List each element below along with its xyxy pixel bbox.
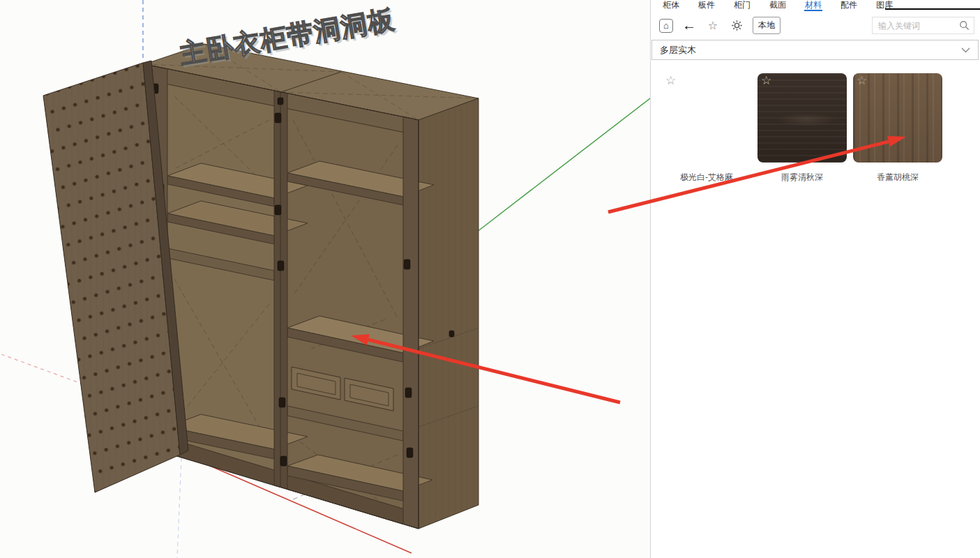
material-name: 雨雾清秋深 — [755, 172, 850, 183]
tab-board[interactable]: 板件 — [698, 0, 716, 11]
material-category-dropdown[interactable]: 多层实木 — [651, 40, 979, 60]
tab-accessory[interactable]: 配件 — [840, 0, 858, 11]
panel-tabbar: 柜体 板件 柜门 截面 材料 配件 图库 — [651, 0, 980, 11]
titlebar-line — [885, 8, 980, 10]
local-button[interactable]: 本地 — [753, 17, 781, 34]
favorite-star-icon[interactable]: ☆ — [857, 74, 867, 88]
material-swatch[interactable]: ☆ — [757, 73, 847, 163]
material-swatch[interactable]: ☆ — [662, 73, 751, 163]
wardrobe-scene: 主卧衣柜带洞洞板 主卧衣柜带洞洞板 — [0, 0, 650, 558]
material-card[interactable]: ☆ 香薰胡桃深 — [850, 73, 945, 183]
model-viewport[interactable]: 主卧衣柜带洞洞板 主卧衣柜带洞洞板 — [0, 0, 650, 558]
search-box — [872, 17, 974, 34]
search-input[interactable] — [873, 21, 959, 31]
material-name: 极光白-艾格麻 — [659, 172, 754, 183]
material-card[interactable]: ☆ 极光白-艾格麻 — [659, 73, 754, 183]
material-library-panel: 柜体 板件 柜门 截面 材料 配件 图库 ⌂ ← ☆ 本地 — [650, 0, 980, 558]
tab-section[interactable]: 截面 — [769, 0, 787, 11]
chevron-down-icon — [961, 47, 970, 53]
tab-material[interactable]: 材料 — [804, 0, 822, 11]
panel-toolbar: ⌂ ← ☆ 本地 — [651, 11, 980, 40]
material-name: 香薰胡桃深 — [850, 172, 945, 183]
tab-cabinet[interactable]: 柜体 — [662, 0, 680, 11]
search-icon[interactable] — [959, 20, 970, 31]
model-title-text: 主卧衣柜带洞洞板 — [177, 4, 397, 69]
favorite-star-icon[interactable]: ☆ — [705, 18, 721, 33]
favorite-star-icon[interactable]: ☆ — [761, 74, 771, 88]
settings-gear-icon[interactable] — [729, 18, 744, 33]
back-arrow-icon[interactable]: ← — [681, 18, 697, 33]
gear-glyph — [731, 20, 743, 31]
favorite-star-icon[interactable]: ☆ — [665, 74, 676, 88]
tab-door[interactable]: 柜门 — [733, 0, 751, 11]
material-card[interactable]: ☆ 雨雾清秋深 — [755, 73, 850, 183]
material-swatch[interactable]: ☆ — [853, 73, 942, 163]
category-selected-value: 多层实木 — [660, 44, 696, 56]
home-icon[interactable]: ⌂ — [659, 19, 673, 33]
wardrobe-model[interactable] — [144, 44, 478, 529]
material-grid: ☆ 极光白-艾格麻 ☆ 雨雾清秋深 ☆ 香薰胡桃深 — [651, 60, 980, 183]
